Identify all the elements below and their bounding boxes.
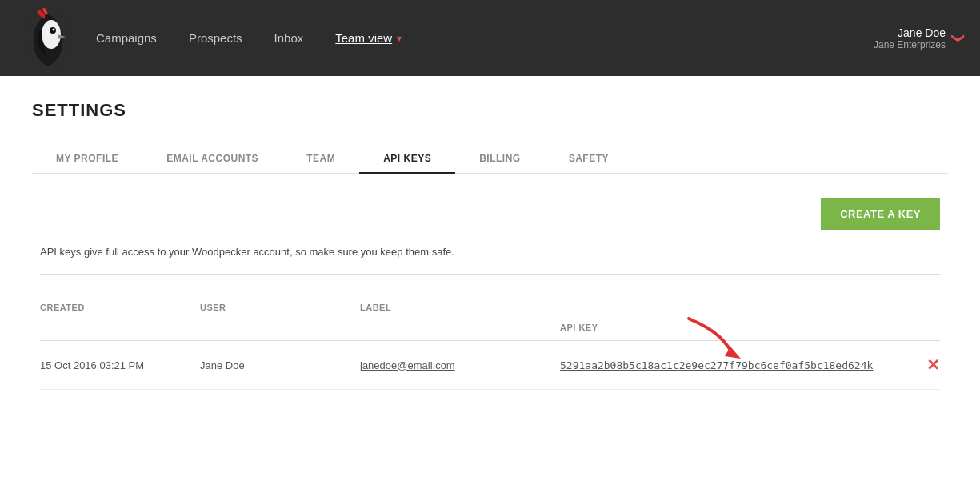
nav-inbox[interactable]: Inbox <box>274 31 304 45</box>
nav-campaigns[interactable]: Campaigns <box>96 31 157 45</box>
svg-point-1 <box>42 20 61 49</box>
main-nav: Campaigns Prospects Inbox Team view ▾ <box>96 31 874 45</box>
tab-email-accounts[interactable]: EMAIL ACCOUNTS <box>142 145 282 174</box>
cell-delete: ✕ <box>908 341 940 390</box>
settings-tabs: MY PROFILE EMAIL ACCOUNTS TEAM API KEYS … <box>32 145 948 174</box>
api-keys-table: CREATED USER LABEL API KEY <box>40 274 940 390</box>
create-key-button[interactable]: CREATE A KEY <box>821 198 940 230</box>
team-view-chevron-icon: ▾ <box>397 33 402 44</box>
col-header-created: CREATED <box>40 275 200 341</box>
tab-safety[interactable]: SAFETY <box>545 145 633 174</box>
top-bar: CREATE A KEY <box>40 198 940 230</box>
col-header-apikey: API KEY <box>560 275 908 341</box>
user-chevron-icon: ❯ <box>951 33 966 43</box>
tab-team[interactable]: TEAM <box>282 145 359 174</box>
table-row: 15 Oct 2016 03:21 PM Jane Doe janedoe@em… <box>40 341 940 390</box>
user-name: Jane Doe <box>874 26 946 39</box>
svg-point-3 <box>52 28 54 30</box>
table-header: CREATED USER LABEL API KEY <box>40 275 940 341</box>
header: Campaigns Prospects Inbox Team view ▾ Ja… <box>0 0 980 76</box>
nav-team-view[interactable]: Team view ▾ <box>335 31 402 45</box>
logo[interactable] <box>16 2 80 74</box>
user-menu[interactable]: Jane Doe Jane Enterprizes ❯ <box>874 26 964 50</box>
api-keys-tbody: 15 Oct 2016 03:21 PM Jane Doe janedoe@em… <box>40 341 940 390</box>
tab-billing[interactable]: BILLING <box>455 145 545 174</box>
cell-created: 15 Oct 2016 03:21 PM <box>40 341 200 390</box>
cell-label: janedoe@email.com <box>360 341 560 390</box>
cell-apikey: 5291aa2b08b5c18ac1c2e9ec277f79bc6cef0af5… <box>560 341 908 390</box>
info-text: API keys give full access to your Woodpe… <box>40 246 940 258</box>
tab-my-profile[interactable]: MY PROFILE <box>32 145 142 174</box>
delete-key-button[interactable]: ✕ <box>926 355 940 375</box>
main-content: SETTINGS MY PROFILE EMAIL ACCOUNTS TEAM … <box>0 76 980 414</box>
user-info: Jane Doe Jane Enterprizes <box>874 26 946 50</box>
nav-prospects[interactable]: Prospects <box>189 31 242 45</box>
user-company: Jane Enterprizes <box>874 39 946 50</box>
col-header-label: LABEL <box>360 275 560 341</box>
page-title: SETTINGS <box>32 100 948 121</box>
api-keys-content: CREATE A KEY API keys give full access t… <box>32 198 948 390</box>
tab-api-keys[interactable]: API KEYS <box>359 145 455 174</box>
col-header-user: USER <box>200 275 360 341</box>
cell-user: Jane Doe <box>200 341 360 390</box>
